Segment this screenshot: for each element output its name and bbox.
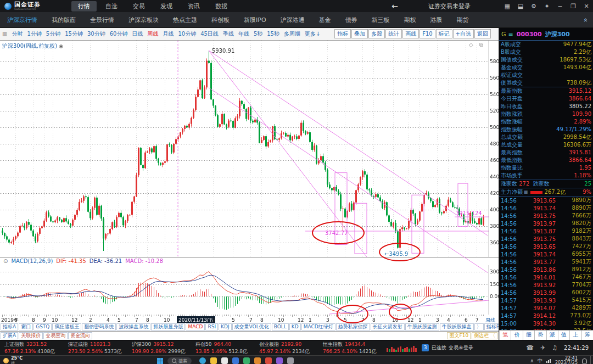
nav-item-2[interactable]: 我的版面 — [44, 16, 83, 24]
chart-badge-icon[interactable]: ◉ — [59, 43, 63, 49]
indicator-tab-指标A[interactable]: 指标A — [1, 323, 18, 331]
mini-trend-icon[interactable] — [387, 344, 417, 352]
tool-button-标记[interactable]: 标记 — [436, 29, 452, 38]
indicator-tab-窗口[interactable]: 窗口 — [19, 323, 33, 331]
nav-item-12[interactable]: 期权 — [397, 16, 423, 24]
panel-tab-上[interactable]: 上 — [569, 331, 581, 340]
indicator-tab-RSI[interactable]: RSI — [205, 323, 218, 331]
taskbar-icon-media-app[interactable] — [265, 357, 272, 364]
search-box[interactable]: 搜索 — [167, 357, 192, 364]
status-index-block[interactable]: 深证成指11021.3273.50 2.54%5373亿 — [64, 341, 127, 355]
nav-item-14[interactable]: 期货 — [450, 16, 476, 24]
indicator-tab-MACD红绿灯[interactable]: MACD红绿灯 — [301, 323, 335, 331]
start-button[interactable] — [157, 358, 163, 364]
tick-row[interactable]: 14:563913.775941万 — [499, 258, 593, 266]
monitor-icon[interactable]: ⬓ — [514, 3, 527, 10]
maximize-icon[interactable]: ❐ — [567, 3, 580, 10]
input-language-indicator[interactable]: 中 — [538, 357, 542, 364]
nav-item-4[interactable]: 沪深京板块 — [121, 16, 166, 24]
tick-row[interactable]: 14:563914.017467万 — [499, 273, 593, 281]
indicator-tab-波段操盘系统[interactable]: 波段操盘系统 — [116, 323, 150, 331]
period-5分钟[interactable]: 5分钟 — [44, 30, 63, 38]
menu-icon[interactable]: ≡ — [508, 31, 513, 38]
network-icon[interactable] — [546, 359, 551, 363]
nav-item-7[interactable]: 新股IPO — [237, 16, 273, 24]
period-多周期[interactable]: 多周期 — [282, 30, 303, 38]
nav-item-13[interactable]: 港股 — [423, 16, 450, 24]
extension-tab-关联报价[interactable]: 关联报价 — [19, 332, 43, 339]
tick-row[interactable]: 14:563913.758843万 — [499, 235, 593, 243]
panel-tab-筹[interactable]: 筹 — [581, 331, 593, 340]
connection-badge[interactable]: 3 — [422, 344, 429, 351]
indicator-tab-牛股妖股监测[interactable]: 牛股妖股监测 — [405, 323, 439, 331]
period-15分钟[interactable]: 15分钟 — [63, 30, 85, 38]
extension-tab-资金流向[interactable]: 资金流向 — [68, 332, 92, 339]
period-5秒[interactable]: 5秒 — [251, 30, 265, 38]
skin-icon[interactable]: ✦ — [540, 3, 553, 10]
candlestick-chart[interactable] — [0, 41, 499, 257]
panel-tab-细[interactable]: 细 — [523, 331, 534, 340]
chart-window-icons[interactable]: ◇ ⧉ — [469, 42, 485, 48]
indicator-tab-KDJ[interactable]: KDJ — [219, 323, 232, 331]
indicator-tab-KD[interactable]: KD — [289, 323, 301, 331]
tool-button-多股[interactable]: 多股 — [368, 29, 385, 38]
show-desktop-button[interactable] — [590, 356, 593, 364]
tick-row[interactable]: 14:563913.879182万 — [499, 227, 593, 235]
period-15秒[interactable]: 15秒 — [265, 30, 282, 38]
tick-row[interactable]: 14:573914.12773.0万 — [499, 312, 593, 320]
tool-button-叠加[interactable]: 叠加 — [351, 29, 368, 38]
notification-bell-icon[interactable]: ♫ — [552, 344, 557, 351]
close-icon[interactable]: ✕ — [580, 3, 593, 10]
indicator-tab-指标B[interactable]: 指标B — [484, 323, 499, 331]
menu-item-2[interactable]: 自选 — [99, 1, 124, 12]
tool-button-返回[interactable]: 返回 — [474, 29, 491, 38]
period-60分钟[interactable]: 60分钟 — [108, 30, 130, 38]
extension-tab-交易查询[interactable]: 交易查询 — [43, 332, 68, 339]
tick-row[interactable]: 14:563913.748890万 — [499, 204, 593, 212]
nav-item-3[interactable]: 全景行情 — [83, 16, 121, 24]
menu-item-6[interactable]: 数据 — [209, 1, 234, 12]
tick-row[interactable]: 14:573914.074289万 — [499, 304, 593, 312]
collapse-chevron-icon[interactable]: » — [581, 18, 590, 22]
minimize-icon[interactable]: ─ — [553, 3, 567, 10]
period-年线[interactable]: 年线 — [236, 30, 251, 38]
panel-tab-派[interactable]: 派 — [546, 331, 558, 340]
main-capital-row[interactable]: 主力净额 ▦ 267.2亿 9% — [499, 188, 593, 197]
period-日线[interactable]: 日线 — [130, 30, 145, 38]
tick-row[interactable]: 14:563913.996002万 — [499, 289, 593, 296]
nav-item-1[interactable]: 沪深京行情 — [0, 16, 44, 24]
tool-button-指标[interactable]: 指标 — [334, 29, 351, 38]
panel-tab-笔[interactable]: 笔 — [499, 331, 511, 340]
service-phone-icon[interactable]: ☎ — [526, 344, 534, 351]
period-1分钟[interactable]: 1分钟 — [25, 30, 43, 38]
nav-item-10[interactable]: 债券 — [338, 16, 365, 24]
macd-dot-icon[interactable]: ⊙ — [3, 258, 8, 264]
tool-button-+自选[interactable]: +自选 — [453, 29, 474, 38]
period-月线[interactable]: 月线 — [160, 30, 176, 38]
tick-row[interactable]: 14:563913.868912万 — [499, 266, 593, 273]
tick-list[interactable]: 14:563913.659890万14:563913.748890万14:563… — [499, 197, 593, 330]
settings-gear-icon[interactable]: ⚙ — [527, 3, 540, 10]
tick-row[interactable]: 14:563913.927704万 — [499, 281, 593, 289]
indicator-tab-疯狂逮板王[interactable]: 疯狂逮板王 — [52, 323, 81, 331]
tick-row[interactable]: 14:563913.979820万 — [499, 220, 593, 227]
taskbar-icon-mail-app[interactable] — [232, 357, 239, 364]
menu-item-4[interactable]: 发现 — [154, 1, 179, 12]
taskbar-icon-chat-app[interactable] — [287, 357, 294, 364]
menu-item-3[interactable]: 交易 — [126, 1, 152, 12]
indicator-tab-GSTQ[interactable]: GSTQ — [33, 323, 52, 331]
indicator-tab-抓妖股显身版[interactable]: 抓妖股显身版 — [151, 323, 185, 331]
indicator-tab-〉[interactable]: 〉 — [474, 323, 484, 331]
period-分时[interactable]: 分时 — [9, 30, 25, 38]
side-option-侧边栏 〈[interactable]: 侧边栏 〈 — [472, 332, 497, 339]
panel-tab-值[interactable]: 值 — [558, 331, 569, 340]
extension-tab-扩展A[interactable]: 扩展A — [1, 332, 18, 339]
tool-button-画线[interactable]: 画线 — [402, 29, 419, 38]
side-option-图文F10[interactable]: 图文F10 — [447, 332, 471, 339]
indicator-tab-MACD[interactable]: MACD — [186, 323, 205, 331]
macd-chart[interactable] — [0, 265, 499, 315]
tick-row[interactable]: 14:563913.657427万 — [499, 243, 593, 250]
tick-row[interactable]: 14:573913.935415万 — [499, 296, 593, 304]
indicator-tab-翻倍密码系统[interactable]: 翻倍密码系统 — [82, 323, 116, 331]
period-10分钟[interactable]: 10分钟 — [176, 30, 198, 38]
